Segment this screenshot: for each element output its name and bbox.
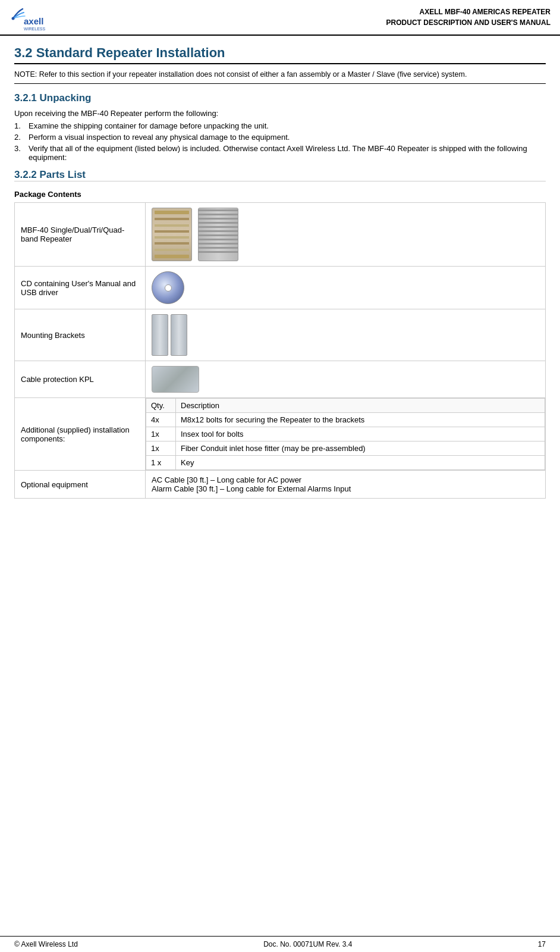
- parts-table: MBF-40 Single/Dual/Tri/Quad-band Repeate…: [14, 202, 546, 499]
- footer-left: © Axell Wireless Ltd: [14, 940, 78, 948]
- package-label: Package Contents: [14, 190, 546, 199]
- additional-table: Qty. Description 4x M8x12 bolts for secu…: [146, 398, 545, 470]
- item-optional-text: AC Cable [30 ft.] – Long cable for AC po…: [146, 471, 546, 499]
- item-image-brackets: [146, 309, 546, 361]
- main-content: 3.2 Standard Repeater Installation NOTE:…: [0, 36, 560, 534]
- section-322: 3.2.2 Parts List Package Contents MBF-40…: [14, 169, 546, 499]
- page-header: axell WIRELESS AXELL MBF-40 AMERICAS REP…: [0, 0, 560, 36]
- list-item: 4x M8x12 bolts for securing the Repeater…: [146, 413, 545, 427]
- qty-1: 4x: [146, 413, 176, 427]
- list-item: 1x Insex tool for bolts: [146, 427, 545, 441]
- qty-3: 1x: [146, 441, 176, 456]
- section-32-heading: 3.2 Standard Repeater Installation: [14, 45, 546, 64]
- desc-1: M8x12 bolts for securing the Repeater to…: [176, 413, 545, 427]
- svg-point-2: [12, 17, 15, 20]
- repeater-images: [152, 208, 539, 261]
- table-row: Optional equipment AC Cable [30 ft.] – L…: [15, 471, 546, 499]
- table-row: Additional (supplied) installation compo…: [15, 398, 546, 471]
- svg-text:WIRELESS: WIRELESS: [24, 27, 46, 31]
- item-image-cd: [146, 267, 546, 309]
- header-text: AXELL MBF-40 AMERICAS REPEATER PRODUCT D…: [82, 7, 550, 28]
- desc-4: Key: [176, 456, 545, 470]
- desc-3: Fiber Conduit inlet hose fitter (may be …: [176, 441, 545, 456]
- item-label-cd: CD containing User's Manual and USB driv…: [15, 267, 146, 309]
- section-322-heading: 3.2.2 Parts List: [14, 169, 546, 181]
- item-label-additional: Additional (supplied) installation compo…: [15, 398, 146, 471]
- item-image-cable: [146, 361, 546, 398]
- page-footer: © Axell Wireless Ltd Doc. No. 00071UM Re…: [0, 936, 560, 952]
- col-desc: Description: [176, 399, 545, 413]
- desc-2: Insex tool for bolts: [176, 427, 545, 441]
- svg-text:axell: axell: [24, 16, 43, 26]
- item-label-optional: Optional equipment: [15, 471, 146, 499]
- table-row: Mounting Brackets: [15, 309, 546, 361]
- item-image-repeater: [146, 203, 546, 267]
- qty-4: 1 x: [146, 456, 176, 470]
- qty-2: 1x: [146, 427, 176, 441]
- axell-logo: axell WIRELESS: [5, 3, 70, 32]
- step-3: 3. Verify that all of the equipment (lis…: [14, 144, 546, 162]
- section-321-intro: Upon receiving the MBF-40 Repeater perfo…: [14, 109, 546, 118]
- step-2: 2. Perform a visual inspection to reveal…: [14, 133, 546, 142]
- optional-line-1: AC Cable [30 ft.] – Long cable for AC po…: [152, 475, 539, 484]
- table-row: CD containing User's Manual and USB driv…: [15, 267, 546, 309]
- table-row: MBF-40 Single/Dual/Tri/Quad-band Repeate…: [15, 203, 546, 267]
- header-line2: PRODUCT DESCRIPTION AND USER'S MANUAL: [82, 17, 550, 28]
- item-label-cable: Cable protection KPL: [15, 361, 146, 398]
- repeater-img-1: [152, 208, 192, 261]
- unpacking-steps: 1. Examine the shipping container for da…: [14, 121, 546, 162]
- item-label-brackets: Mounting Brackets: [15, 309, 146, 361]
- optional-line-2: Alarm Cable [30 ft.] – Long cable for Ex…: [152, 484, 539, 493]
- footer-right: 17: [538, 940, 546, 948]
- brackets-image: [152, 314, 539, 356]
- item-additional-table: Qty. Description 4x M8x12 bolts for secu…: [146, 398, 546, 471]
- list-item: 1x Fiber Conduit inlet hose fitter (may …: [146, 441, 545, 456]
- step-1: 1. Examine the shipping container for da…: [14, 121, 546, 130]
- footer-center: Doc. No. 00071UM Rev. 3.4: [263, 940, 352, 948]
- col-qty: Qty.: [146, 399, 176, 413]
- cable-image: [152, 366, 199, 393]
- logo-area: axell WIRELESS: [5, 3, 82, 32]
- cd-image: [152, 271, 184, 304]
- section-32-note: NOTE: Refer to this section if your repe…: [14, 70, 546, 84]
- header-line1: AXELL MBF-40 AMERICAS REPEATER: [82, 7, 550, 17]
- repeater-img-2: [198, 208, 238, 261]
- table-row: Cable protection KPL: [15, 361, 546, 398]
- item-label-repeater: MBF-40 Single/Dual/Tri/Quad-band Repeate…: [15, 203, 146, 267]
- section-321-heading: 3.2.1 Unpacking: [14, 92, 546, 104]
- table-header-row: Qty. Description: [146, 399, 545, 413]
- list-item: 1 x Key: [146, 456, 545, 470]
